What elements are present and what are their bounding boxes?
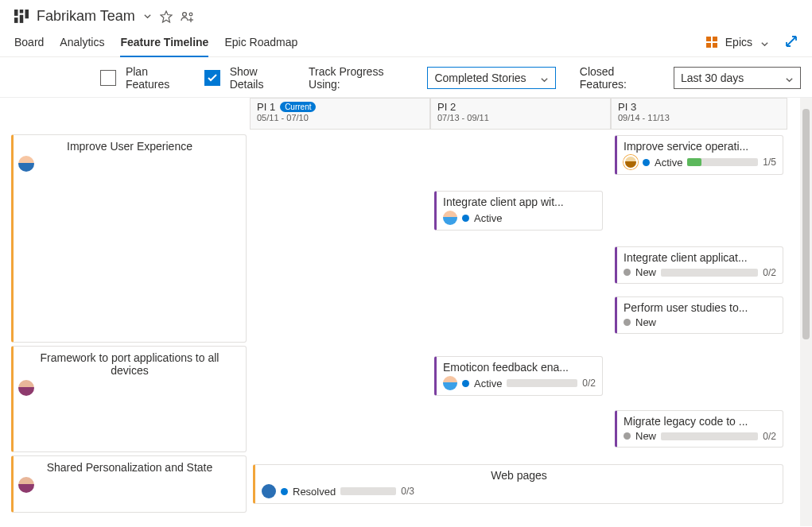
- svg-rect-1: [20, 10, 24, 14]
- avatar: [18, 477, 34, 493]
- epic-title: Improve User Experience: [14, 135, 246, 154]
- progress-text: 0/2: [582, 378, 596, 389]
- timeline: Improve User Experience Framework to por…: [0, 97, 812, 526]
- epic-card[interactable]: Improve User Experience: [11, 134, 247, 343]
- avatar: [262, 484, 276, 498]
- feature-status: Active: [655, 157, 682, 169]
- progress-bar: [340, 487, 396, 495]
- epics-icon: [706, 37, 717, 48]
- feature-card-web-pages[interactable]: Web pages Resolved 0/3: [253, 464, 783, 504]
- chevron-down-icon: [785, 74, 794, 83]
- feature-title: Perform user studies to...: [624, 301, 776, 314]
- board-icon: [14, 10, 29, 24]
- closed-features-select[interactable]: Last 30 days: [674, 67, 801, 89]
- tab-feature-timeline[interactable]: Feature Timeline: [120, 33, 208, 56]
- chevron-down-icon: [540, 74, 549, 83]
- feature-title: Integrate client applicat...: [624, 251, 776, 264]
- pi3-dates: 09/14 - 11/13: [618, 113, 780, 122]
- progress-text: 0/2: [763, 267, 776, 278]
- current-badge: Current: [280, 102, 316, 112]
- feature-card-integrate-client-applicat[interactable]: Integrate client applicat... New 0/2: [615, 246, 783, 284]
- feature-title: Integrate client app wit...: [443, 196, 596, 208]
- closed-features-label: Closed Features:: [580, 65, 664, 91]
- svg-point-6: [189, 13, 192, 16]
- svg-rect-12: [713, 43, 717, 48]
- feature-status: Active: [474, 212, 502, 224]
- pi1-name: PI 1: [257, 101, 275, 113]
- team-dropdown-chevron[interactable]: [143, 12, 152, 21]
- feature-status: New: [635, 316, 656, 328]
- track-progress-label: Track Progress Using:: [309, 65, 418, 91]
- period-header-pi3[interactable]: PI 3 09/14 - 11/13: [611, 98, 787, 130]
- status-dot-icon: [624, 269, 631, 276]
- svg-rect-9: [706, 37, 711, 41]
- avatar: [443, 211, 457, 225]
- pi2-name: PI 2: [437, 101, 456, 113]
- tab-epic-roadmap[interactable]: Epic Roadmap: [224, 33, 297, 56]
- epics-column: Improve User Experience Framework to por…: [0, 98, 250, 526]
- status-dot-icon: [624, 319, 631, 326]
- epics-dropdown[interactable]: Epics: [725, 36, 752, 48]
- team-name: Fabrikam Team: [37, 8, 135, 25]
- tab-board[interactable]: Board: [14, 33, 44, 56]
- feature-card-migrate-legacy[interactable]: Migrate legacy code to ... New 0/2: [615, 410, 783, 448]
- team-members-icon[interactable]: [181, 10, 195, 23]
- svg-rect-0: [14, 10, 18, 16]
- feature-title: Emoticon feedback ena...: [443, 361, 596, 374]
- period-header-pi2[interactable]: PI 2 07/13 - 09/11: [430, 98, 611, 130]
- vertical-scrollbar[interactable]: [800, 98, 812, 526]
- feature-status: Resolved: [293, 486, 336, 498]
- tab-analytics[interactable]: Analytics: [60, 33, 104, 56]
- status-dot-icon: [624, 432, 631, 440]
- period-header-row: PI 1Current 05/11 - 07/10 PI 2 07/13 - 0…: [250, 98, 800, 130]
- epic-card[interactable]: Framework to port applications to all de…: [11, 346, 247, 452]
- status-dot-icon: [281, 488, 288, 495]
- epic-card[interactable]: Shared Personalization and State: [11, 455, 247, 513]
- track-progress-value: Completed Stories: [434, 72, 526, 84]
- closed-features-value: Last 30 days: [681, 72, 744, 84]
- epics-chevron-icon[interactable]: [760, 38, 769, 47]
- feature-card-integrate-client-app[interactable]: Integrate client app wit... Active: [434, 191, 603, 231]
- feature-title: Improve service operati...: [624, 140, 776, 153]
- page-tabs: Board Analytics Feature Timeline Epic Ro…: [0, 28, 812, 57]
- feature-title: Migrate legacy code to ...: [624, 415, 776, 428]
- pi2-dates: 07/13 - 09/11: [437, 113, 604, 122]
- feature-card-perform-user-studies[interactable]: Perform user studies to... New: [615, 296, 783, 334]
- avatar: [443, 376, 457, 390]
- feature-status: New: [635, 266, 656, 278]
- feature-card-emoticon-feedback[interactable]: Emoticon feedback ena... Active 0/2: [434, 356, 603, 396]
- feature-status: New: [635, 430, 656, 442]
- pi3-name: PI 3: [618, 101, 636, 113]
- timeline-lanes: PI 1Current 05/11 - 07/10 PI 2 07/13 - 0…: [250, 98, 800, 526]
- status-dot-icon: [462, 215, 469, 222]
- period-header-pi1[interactable]: PI 1Current 05/11 - 07/10: [250, 98, 430, 130]
- favorite-star-icon[interactable]: [160, 10, 173, 23]
- progress-text: 0/2: [763, 431, 776, 442]
- progress-text: 0/3: [401, 486, 414, 497]
- svg-rect-2: [25, 10, 29, 18]
- progress-bar: [661, 432, 758, 440]
- epic-title: Shared Personalization and State: [14, 456, 246, 475]
- feature-title: Web pages: [262, 469, 776, 482]
- status-dot-icon: [462, 380, 469, 387]
- fullscreen-icon[interactable]: [785, 35, 798, 50]
- svg-rect-11: [706, 43, 711, 48]
- show-details-checkbox[interactable]: [204, 70, 220, 86]
- avatar: [18, 156, 34, 172]
- plan-features-checkbox[interactable]: [100, 70, 116, 86]
- feature-card-improve-service[interactable]: Improve service operati... Active 1/5: [615, 135, 783, 175]
- show-details-label: Show Details: [230, 65, 294, 91]
- scroll-thumb[interactable]: [802, 109, 810, 339]
- svg-rect-4: [20, 14, 24, 22]
- svg-rect-3: [14, 17, 18, 23]
- progress-text: 1/5: [763, 157, 776, 168]
- feature-status: Active: [474, 378, 502, 389]
- controls-row: Plan Features Show Details Track Progres…: [0, 57, 812, 97]
- pi1-dates: 05/11 - 07/10: [257, 113, 423, 122]
- page-header: Fabrikam Team: [0, 0, 812, 28]
- track-progress-select[interactable]: Completed Stories: [427, 67, 555, 89]
- progress-bar: [507, 379, 577, 387]
- progress-bar: [687, 158, 758, 166]
- status-dot-icon: [643, 159, 650, 166]
- epic-title: Framework to port applications to all de…: [14, 347, 246, 378]
